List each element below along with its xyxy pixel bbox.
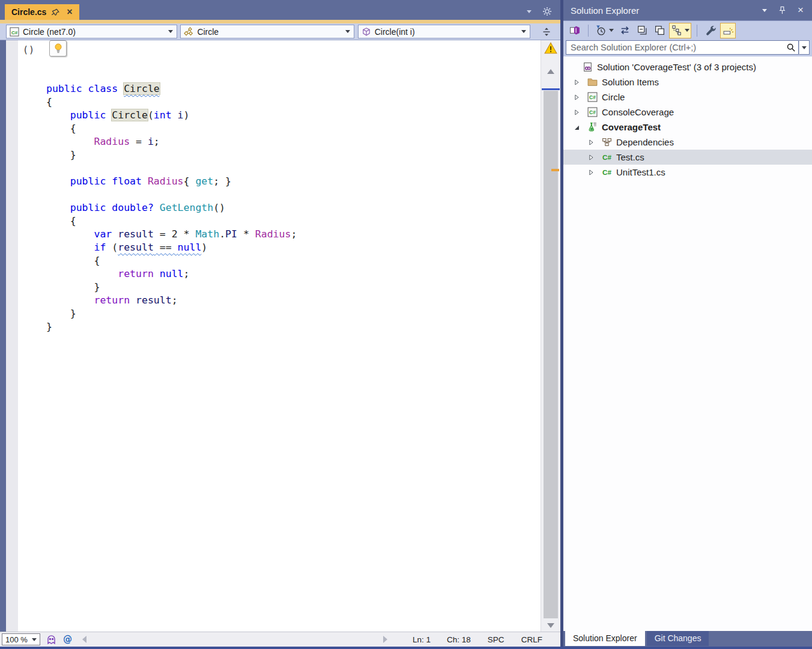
code-line[interactable]: { [46,254,541,267]
code-line[interactable]: Radius = i; [46,135,541,148]
status-bar [0,647,812,649]
collapse-all-icon [637,25,648,36]
scroll-down-arrow[interactable] [547,623,554,628]
project-dropdown-label: Circle (net7.0) [23,27,165,37]
dependencies-icon [602,137,612,147]
chevron-collapsed-icon[interactable] [585,153,597,162]
chevron-collapsed-icon [572,108,581,117]
preview-selected-items-button[interactable] [720,23,736,38]
code-line[interactable]: } [46,281,541,294]
code-line[interactable] [46,188,541,201]
document-health-icon[interactable] [46,635,56,645]
properties-wrench-button[interactable] [703,23,718,38]
show-all-files-button[interactable] [652,23,667,38]
visual-studio-window: Circle.cs × C#Circle (net7.0)CircleCircl… [0,0,812,649]
chevron-collapsed-icon[interactable] [571,93,583,102]
navbar-member-dropdown[interactable]: Circle(int i) [358,25,530,38]
test-project-icon [587,122,598,132]
quick-actions-lightbulb[interactable] [49,40,67,56]
tree-item-dependencies[interactable]: Dependencies [563,135,812,150]
line-ending-indicator[interactable]: CRLF [521,635,542,644]
tool-window-tab-solution-explorer[interactable]: Solution Explorer [565,631,645,646]
csharp-project-icon: C# [10,27,19,37]
sync-with-active-document-button[interactable] [617,23,632,38]
code-line[interactable]: { [46,215,541,228]
code-line[interactable]: { [46,96,541,109]
breakpoint-margin[interactable] [6,40,18,632]
search-icon[interactable] [786,43,796,52]
code-line[interactable]: public double? GetLength() [46,201,541,215]
window-position-chevron-icon[interactable] [762,9,767,12]
tool-window-tab-git-changes[interactable]: Git Changes [647,631,709,646]
tree-item-solution-coveragetest-3-of-3-projects[interactable]: Solution 'CoverageTest' (3 of 3 projects… [563,59,812,75]
svg-text:C#: C# [602,153,611,161]
code-line[interactable]: { [46,122,541,135]
hscroll-right-arrow[interactable] [383,636,387,643]
scroll-up-arrow[interactable] [547,69,554,74]
tree-item-test-cs[interactable]: C#Test.cs [563,150,812,165]
pin-tab-icon[interactable] [51,8,60,17]
navbar-project-dropdown[interactable]: C#Circle (net7.0) [6,25,177,38]
code-line[interactable]: if (result == null) [46,241,541,254]
tree-item-label: UnitTest1.cs [616,167,665,177]
type-dropdown-label: Circle [197,27,341,37]
code-line[interactable]: public class Circle [46,82,541,96]
split-editor-button[interactable] [533,23,560,40]
spaces-indicator[interactable]: SPC [487,635,505,644]
code-line[interactable]: public Circle(int i) [46,109,541,122]
pin-panel-icon[interactable] [778,6,786,15]
zoom-level: 100 % [5,635,28,644]
document-tab-circle-cs[interactable]: Circle.cs × [5,4,79,20]
code-line[interactable]: var result = 2 * Math.PI * Radius; [46,228,541,241]
close-tab-icon[interactable]: × [65,8,74,17]
editor-body: () public class Circle{ public Circle(in… [0,40,560,632]
pending-changes-filter-icon [595,25,607,36]
tree-item-coveragetest[interactable]: CoverageTest [563,120,812,135]
panel-title-text: Solution Explorer [571,5,639,16]
tree-item-solution-items[interactable]: Solution Items [563,75,812,90]
chevron-collapsed-icon [572,93,581,102]
pending-changes-filter-button[interactable] [594,23,615,38]
method-icon [362,27,371,37]
tab-list-chevron-icon[interactable] [527,10,532,13]
code-line[interactable]: public float Radius{ get; } [46,175,541,188]
search-options-dropdown[interactable] [799,40,810,55]
editor-options-gear-icon[interactable] [542,7,552,16]
code-editor-surface[interactable]: () public class Circle{ public Circle(in… [18,40,541,632]
search-input[interactable] [566,40,799,55]
code-line[interactable]: } [46,148,541,162]
zoom-dropdown[interactable]: 100 % [2,633,40,645]
tree-item-consolecoverage[interactable]: C#ConsoleCoverage [563,105,812,120]
vertical-scrollbar[interactable] [541,40,560,632]
scrollbar-warning-icon[interactable] [544,42,557,54]
hscroll-left-arrow[interactable] [82,636,86,643]
solution-explorer-title-bar: Solution Explorer × [563,0,812,20]
code-line[interactable]: } [46,320,541,334]
close-panel-icon[interactable]: × [798,6,804,14]
collapse-all-button[interactable] [634,23,650,38]
chevron-collapsed-icon[interactable] [571,78,583,87]
chevron-collapsed-icon[interactable] [585,168,597,177]
folder-icon [587,77,598,87]
file-nesting-button[interactable] [669,23,691,38]
chevron-collapsed-icon[interactable] [571,108,583,117]
tree-item-circle[interactable]: C#Circle [563,90,812,105]
code-line[interactable]: return result; [46,294,541,307]
column-indicator[interactable]: Ch: 18 [447,635,471,644]
code-line[interactable] [46,162,541,175]
tree-item-label: ConsoleCoverage [602,107,674,117]
editor-navigation-bar: C#Circle (net7.0)CircleCircle(int i) [0,23,560,40]
feedback-at-icon[interactable]: @ [62,635,73,645]
svg-text:C#: C# [589,94,596,100]
properties-wrench-icon [705,25,717,36]
code-line[interactable]: return null; [46,267,541,281]
line-indicator[interactable]: Ln: 1 [413,635,431,644]
switch-views-button[interactable] [567,23,583,38]
svg-text:C#: C# [589,109,596,115]
tree-item-label: Circle [602,92,625,102]
code-line[interactable]: } [46,307,541,320]
chevron-expanded-icon[interactable] [571,123,583,132]
chevron-collapsed-icon[interactable] [585,138,597,147]
navbar-type-dropdown[interactable]: Circle [180,25,354,38]
tree-item-unittest1-cs[interactable]: C#UnitTest1.cs [563,165,812,180]
